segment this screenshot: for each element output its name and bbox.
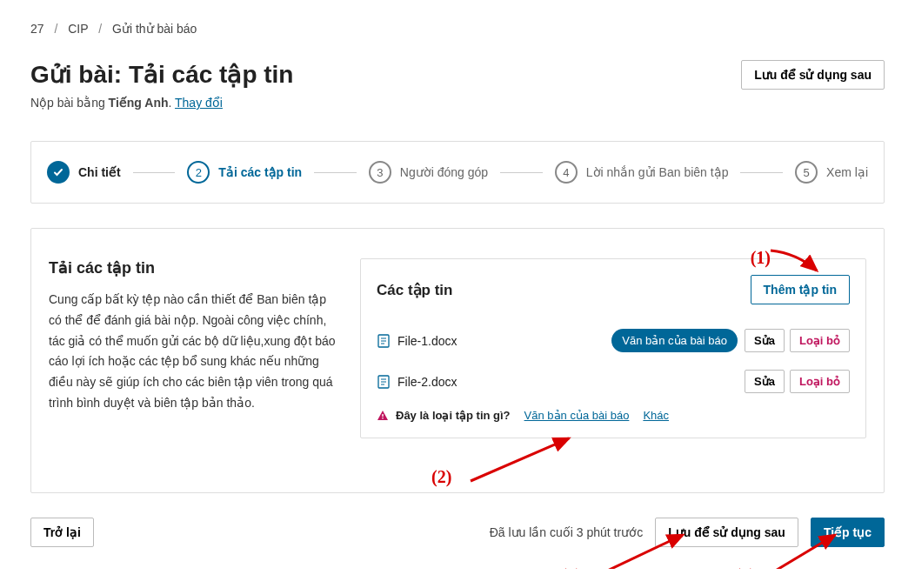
edit-file-button[interactable]: Sửa <box>745 329 785 352</box>
svg-rect-9 <box>382 418 383 418</box>
breadcrumb-item[interactable]: Gửi thử bài báo <box>112 22 197 36</box>
svg-rect-8 <box>382 414 383 417</box>
remove-file-button[interactable]: Loại bỏ <box>790 370 850 393</box>
breadcrumb-item[interactable]: CIP <box>68 22 88 36</box>
warning-question: Đây là loại tập tin gì? <box>396 409 511 422</box>
subtitle: Nộp bài bằng Tiếng Anh. Thay đổi <box>30 96 293 110</box>
step-number: 3 <box>369 161 391 184</box>
stepper: Chi tiết 2 Tải các tập tin 3 Người đóng … <box>47 161 868 184</box>
page-title: Gửi bài: Tải các tập tin <box>30 60 293 89</box>
file-type-warning: Đây là loại tập tin gì? Văn bản của bài … <box>377 402 850 422</box>
step-divider <box>500 172 543 173</box>
step-details[interactable]: Chi tiết <box>47 161 121 184</box>
back-button[interactable]: Trở lại <box>30 518 94 547</box>
step-label: Xem lại <box>826 165 868 179</box>
file-row: File-1.docx Văn bản của bài báo Sửa Loại… <box>377 320 850 361</box>
doc-icon <box>377 375 391 389</box>
arrow-icon <box>466 433 579 485</box>
content-card: Tải các tập tin Cung cấp bất kỳ tệp nào … <box>30 228 885 493</box>
doc-icon <box>377 334 391 348</box>
file-row: File-2.docx Sửa Loại bỏ <box>377 361 850 402</box>
subtitle-prefix: Nộp bài bằng <box>30 96 109 110</box>
files-header: Các tập tin <box>377 281 452 299</box>
annotation-3: (3) <box>561 565 581 569</box>
step-divider <box>740 172 783 173</box>
save-for-later-button[interactable]: Lưu để sử dụng sau <box>655 518 798 547</box>
step-label: Người đóng góp <box>400 165 488 179</box>
annotation-4: (4) <box>735 565 755 569</box>
step-label: Tải các tập tin <box>218 165 302 179</box>
step-contributors[interactable]: 3 Người đóng góp <box>369 161 488 184</box>
step-number: 5 <box>795 161 818 184</box>
step-number: 2 <box>187 161 210 184</box>
stepper-card: Chi tiết 2 Tải các tập tin 3 Người đóng … <box>30 141 885 204</box>
breadcrumb-sep: / <box>98 22 102 36</box>
breadcrumb-sep: / <box>54 22 57 36</box>
warning-icon <box>377 410 389 422</box>
upload-description: Cung cấp bất kỳ tệp nào cần thiết để Ban… <box>49 290 336 414</box>
upload-title: Tải các tập tin <box>49 258 336 277</box>
edit-file-button[interactable]: Sửa <box>745 370 785 393</box>
step-divider <box>133 172 176 173</box>
add-file-button[interactable]: Thêm tập tin <box>751 275 850 304</box>
step-review[interactable]: 5 Xem lại <box>795 161 868 184</box>
step-upload[interactable]: 2 Tải các tập tin <box>187 161 302 184</box>
breadcrumb-item[interactable]: 27 <box>30 22 44 36</box>
file-name: File-1.docx <box>397 334 604 348</box>
step-number: 4 <box>555 161 578 184</box>
file-type-badge: Văn bản của bài báo <box>611 329 738 352</box>
breadcrumb: 27 / CIP / Gửi thử bài báo <box>30 22 885 36</box>
subtitle-dot: . <box>169 96 176 110</box>
step-label: Chi tiết <box>78 165 121 179</box>
step-editor-message[interactable]: 4 Lời nhắn gửi Ban biên tập <box>555 161 729 184</box>
step-label: Lời nhắn gửi Ban biên tập <box>586 165 729 179</box>
subtitle-lang: Tiếng Anh <box>109 96 169 110</box>
step-divider <box>314 172 357 173</box>
continue-button[interactable]: Tiếp tục <box>811 518 885 547</box>
check-icon <box>47 161 70 184</box>
last-saved-text: Đã lưu lần cuối 3 phút trước <box>490 525 644 539</box>
file-name: File-2.docx <box>397 375 738 389</box>
file-type-option-other[interactable]: Khác <box>643 409 669 422</box>
change-language-link[interactable]: Thay đổi <box>175 96 223 110</box>
save-for-later-button-top[interactable]: Lưu để sử dụng sau <box>741 60 885 90</box>
annotation-2: (2) <box>431 467 451 487</box>
footer-row: Trở lại Đã lưu lần cuối 3 phút trước Lưu… <box>30 518 885 547</box>
file-type-option-article[interactable]: Văn bản của bài báo <box>524 409 630 422</box>
remove-file-button[interactable]: Loại bỏ <box>790 329 850 352</box>
files-panel: Các tập tin Thêm tập tin File-1.docx Văn… <box>360 258 866 438</box>
